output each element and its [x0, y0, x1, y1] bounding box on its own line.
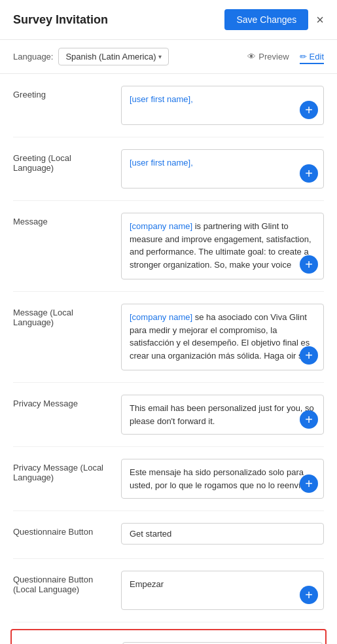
- text-input[interactable]: [121, 523, 324, 545]
- field-label: Questionnaire Button: [13, 523, 108, 546]
- field-content: This email has been personalized just fo…: [121, 395, 324, 435]
- chevron-down-icon: ▾: [158, 53, 162, 60]
- field-text: [user first name],: [130, 93, 315, 106]
- field-label: Message: [13, 213, 108, 279]
- page-title: Survey Invitation: [13, 13, 108, 27]
- pencil-icon: ✏: [300, 52, 307, 62]
- add-button[interactable]: +: [300, 586, 318, 604]
- field-label: Greeting: [13, 86, 108, 125]
- toolbar: Language: Spanish (Latin America) ▾ 👁 Pr…: [0, 40, 337, 74]
- field-row: Greeting[user first name],+: [13, 74, 324, 137]
- field-label: Privacy Message (Local Language): [13, 459, 108, 499]
- language-selector[interactable]: Spanish (Latin America) ▾: [58, 48, 169, 65]
- token: [user first name],: [130, 158, 193, 168]
- token: [company name]: [130, 312, 192, 322]
- field-row: Message (Local Language)[company name] s…: [13, 292, 324, 383]
- field-text: [company name] se ha asociado con Viva G…: [130, 311, 315, 363]
- field-content: Empezar+: [121, 571, 324, 610]
- content: Greeting[user first name],+Greeting (Loc…: [0, 74, 337, 644]
- field-row: Questionnaire Button (Local Language)Emp…: [13, 559, 324, 622]
- field-row: Greeting (Local Language)[user first nam…: [13, 137, 324, 201]
- field-content[interactable]: [121, 523, 324, 546]
- field-row: Privacy MessageThis email has been perso…: [13, 383, 324, 447]
- field-content: [user first name],+: [121, 149, 324, 188]
- field-label: Greeting (Local Language): [13, 149, 108, 188]
- add-button[interactable]: +: [300, 255, 318, 274]
- field-label: Questionnaire Button (Local Language): [13, 571, 108, 610]
- field-label: Message (Local Language): [13, 304, 108, 370]
- edit-label: Edit: [310, 52, 324, 62]
- field-text: This email has been personalized just fo…: [130, 402, 315, 427]
- field-text: [user first name],: [130, 156, 315, 170]
- token: [company name]: [130, 221, 192, 231]
- eye-icon: 👁: [247, 52, 256, 62]
- header: Survey Invitation Save Changes ×: [0, 0, 337, 40]
- add-button[interactable]: +: [300, 101, 318, 119]
- close-button[interactable]: ×: [316, 13, 324, 26]
- field-content: [company name] se ha asociado con Viva G…: [121, 304, 324, 370]
- save-button[interactable]: Save Changes: [224, 9, 308, 30]
- field-row: Questionnaire Button: [13, 511, 324, 559]
- field-row: Message[company name] is partnering with…: [13, 201, 324, 292]
- field-content: [user first name],+: [121, 86, 324, 125]
- language-section: Language: Spanish (Latin America) ▾: [13, 48, 169, 65]
- add-button[interactable]: +: [300, 346, 318, 365]
- header-actions: Save Changes ×: [224, 9, 324, 30]
- field-text: Este mensaje ha sido personalizado solo …: [130, 466, 315, 492]
- field-row: Privacy Message (Local Language)Este men…: [13, 447, 324, 511]
- edit-button[interactable]: ✏ Edit: [300, 49, 324, 64]
- field-label: Privacy Message: [13, 395, 108, 435]
- language-label: Language:: [13, 52, 53, 62]
- token: [user first name],: [130, 94, 193, 104]
- add-button[interactable]: +: [300, 474, 318, 493]
- preview-label: Preview: [258, 52, 289, 62]
- field-text: Empezar: [130, 578, 315, 591]
- field-row: Select LanguageEnglish+: [10, 629, 327, 644]
- add-button[interactable]: +: [300, 164, 318, 183]
- preview-button[interactable]: 👁 Preview: [247, 49, 289, 64]
- field-content: [company name] is partnering with Glint …: [121, 213, 324, 279]
- add-button[interactable]: +: [300, 410, 318, 429]
- language-value: Spanish (Latin America): [65, 52, 156, 62]
- field-text: [company name] is partnering with Glint …: [130, 220, 315, 272]
- view-toggle: 👁 Preview ✏ Edit: [247, 49, 324, 64]
- field-content: Este mensaje ha sido personalizado solo …: [121, 459, 324, 499]
